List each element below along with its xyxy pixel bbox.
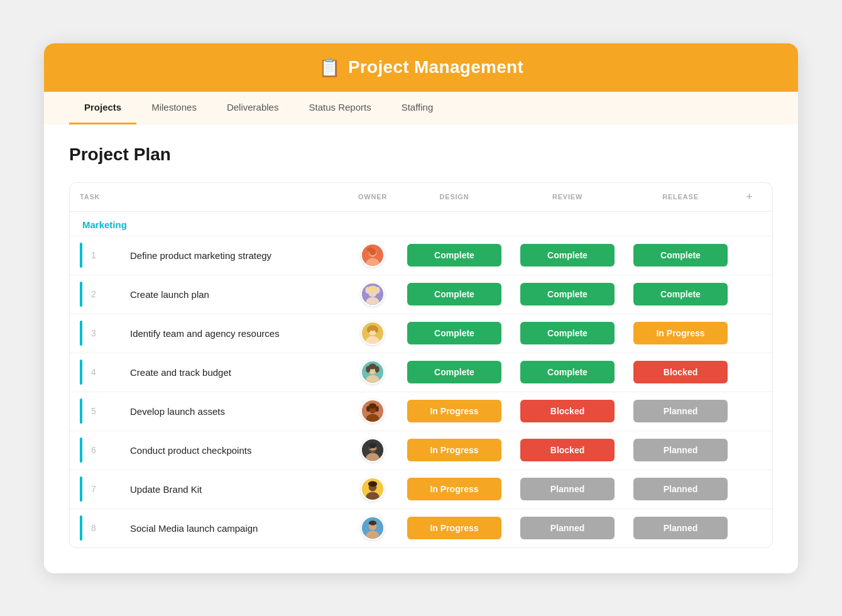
table-row: 4 Create and track budget <box>70 353 772 392</box>
review-status[interactable]: Complete <box>511 283 624 305</box>
header-icon: 📋 <box>319 57 341 78</box>
status-badge-design: In Progress <box>407 439 501 461</box>
status-badge-design: In Progress <box>407 400 501 422</box>
status-badge-review: Complete <box>520 322 615 344</box>
status-badge-review: Complete <box>520 244 615 267</box>
row-num-cell: 3 <box>80 321 130 346</box>
release-status[interactable]: Planned <box>624 517 737 539</box>
owner-cell <box>347 399 398 423</box>
owner-cell <box>347 321 398 345</box>
status-badge-review: Blocked <box>520 439 615 461</box>
table-row: 6 Conduct product checkpoints <box>70 431 772 470</box>
review-status[interactable]: Complete <box>511 322 624 344</box>
status-badge-release: Complete <box>633 283 728 305</box>
design-status[interactable]: In Progress <box>398 439 511 461</box>
release-status[interactable]: Complete <box>624 283 737 305</box>
row-indicator <box>80 321 82 346</box>
review-status[interactable]: Blocked <box>511 439 624 461</box>
owner-cell <box>347 438 398 462</box>
col-release: RELEASE <box>624 190 737 204</box>
task-name: Define product marketing strategy <box>130 250 347 261</box>
col-task-name <box>130 190 347 204</box>
avatar <box>361 360 385 384</box>
nav-bar: Projects Milestones Deliverables Status … <box>44 92 798 124</box>
table-row: 8 Social Media launch campaign <box>70 509 772 547</box>
status-badge-release: Complete <box>633 244 728 267</box>
release-status[interactable]: Planned <box>624 400 737 422</box>
row-num-cell: 5 <box>80 399 130 424</box>
table-row: 1 Define product marketing strategy <box>70 236 772 275</box>
row-indicator <box>80 399 82 424</box>
tab-status-reports[interactable]: Status Reports <box>293 92 386 124</box>
review-status[interactable]: Planned <box>511 517 624 539</box>
row-indicator <box>80 476 82 502</box>
svg-point-4 <box>367 247 373 251</box>
status-badge-review: Complete <box>520 361 615 383</box>
status-badge-review: Planned <box>520 478 615 500</box>
row-number: 7 <box>89 484 99 494</box>
row-number: 4 <box>89 367 99 377</box>
category-label: Marketing <box>82 219 127 230</box>
design-status[interactable]: In Progress <box>398 400 511 422</box>
status-badge-release: Planned <box>633 517 728 539</box>
add-column-button[interactable]: + <box>737 190 762 204</box>
owner-cell <box>347 516 398 540</box>
row-number: 6 <box>89 445 99 455</box>
row-indicator <box>80 437 82 463</box>
col-owner: OWNER <box>347 190 398 204</box>
release-status[interactable]: Planned <box>624 478 737 500</box>
task-name: Update Brand Kit <box>130 484 347 495</box>
row-number: 3 <box>89 328 99 338</box>
col-design: DESIGN <box>398 190 511 204</box>
svg-rect-44 <box>370 523 375 525</box>
review-status[interactable]: Planned <box>511 478 624 500</box>
row-number: 1 <box>89 250 99 260</box>
status-badge-design: Complete <box>407 361 501 383</box>
row-indicator <box>80 243 82 268</box>
release-status[interactable]: Planned <box>624 439 737 461</box>
table-row: 7 Update Brand Kit In Progress <box>70 470 772 509</box>
task-name: Conduct product checkpoints <box>130 445 347 456</box>
tab-projects[interactable]: Projects <box>69 92 136 124</box>
svg-point-27 <box>366 406 369 412</box>
review-status[interactable]: Blocked <box>511 400 624 422</box>
status-badge-design: In Progress <box>407 517 501 539</box>
release-status[interactable]: Complete <box>624 244 737 267</box>
design-status[interactable]: Complete <box>398 283 511 305</box>
review-status[interactable]: Complete <box>511 361 624 383</box>
avatar <box>361 243 385 267</box>
row-indicator <box>80 360 82 385</box>
svg-point-39 <box>368 481 377 487</box>
row-indicator <box>80 515 82 541</box>
svg-point-28 <box>375 406 378 412</box>
tab-staffing[interactable]: Staffing <box>386 92 449 124</box>
release-status[interactable]: In Progress <box>624 322 737 344</box>
owner-cell <box>347 282 398 306</box>
review-status[interactable]: Complete <box>511 244 624 267</box>
row-number: 2 <box>89 289 99 299</box>
svg-point-35 <box>375 448 376 449</box>
owner-cell <box>347 360 398 384</box>
row-indicator <box>80 282 82 307</box>
tab-deliverables[interactable]: Deliverables <box>212 92 294 124</box>
table-row: 2 Create launch plan <box>70 275 772 314</box>
design-status[interactable]: Complete <box>398 244 511 267</box>
design-status[interactable]: In Progress <box>398 517 511 539</box>
avatar <box>361 321 385 345</box>
category-marketing: Marketing <box>70 212 772 236</box>
design-status[interactable]: In Progress <box>398 478 511 500</box>
app-container: 📋 Project Management Projects Milestones… <box>44 43 798 573</box>
status-badge-review: Blocked <box>520 400 615 422</box>
status-badge-release: Planned <box>633 400 728 422</box>
status-badge-design: Complete <box>407 283 501 305</box>
release-status[interactable]: Blocked <box>624 361 737 383</box>
tab-milestones[interactable]: Milestones <box>136 92 212 124</box>
table-row: 5 Develop launch assets <box>70 392 772 431</box>
design-status[interactable]: Complete <box>398 361 511 383</box>
design-status[interactable]: Complete <box>398 322 511 344</box>
status-badge-design: Complete <box>407 322 501 344</box>
svg-point-21 <box>366 366 370 373</box>
status-badge-release: Planned <box>633 478 728 500</box>
row-number: 5 <box>89 406 99 416</box>
status-badge-release: Blocked <box>633 361 728 383</box>
